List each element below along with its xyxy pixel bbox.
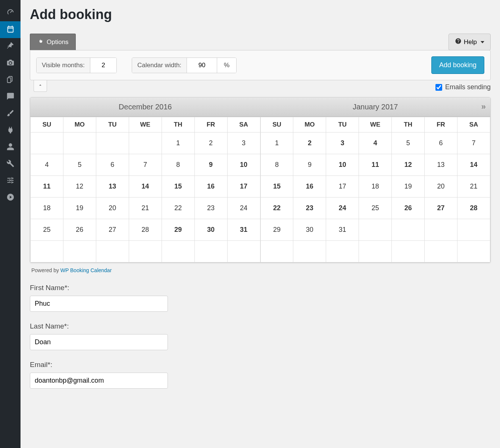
calendar-day[interactable]: 5 bbox=[392, 133, 425, 154]
first-name-label: First Name*: bbox=[30, 284, 491, 292]
calendar-day[interactable]: 31 bbox=[326, 219, 359, 241]
calendar-day[interactable]: 21 bbox=[129, 197, 162, 219]
calendar-day[interactable]: 10 bbox=[326, 154, 359, 176]
calendar-day[interactable]: 22 bbox=[260, 197, 293, 219]
calendar-day[interactable]: 7 bbox=[129, 154, 162, 176]
help-button-label: Help bbox=[464, 38, 477, 46]
calendar-day[interactable]: 30 bbox=[293, 219, 326, 241]
calendar-empty bbox=[326, 241, 359, 262]
calendar-day[interactable]: 9 bbox=[293, 154, 326, 176]
calendar-day[interactable]: 20 bbox=[425, 176, 457, 197]
wrench-icon bbox=[6, 159, 15, 169]
calendar-day[interactable]: 14 bbox=[457, 154, 490, 176]
calendar-day[interactable]: 15 bbox=[162, 176, 194, 197]
calendar-day[interactable]: 13 bbox=[96, 176, 129, 197]
emails-sending-checkbox[interactable] bbox=[435, 84, 442, 91]
calendar-day[interactable]: 1 bbox=[260, 133, 293, 154]
calendar-day[interactable]: 16 bbox=[194, 176, 227, 197]
next-month-button[interactable]: » bbox=[481, 102, 486, 112]
calendar-day[interactable]: 23 bbox=[293, 197, 326, 219]
calendar-day[interactable]: 18 bbox=[31, 197, 63, 219]
sidebar-item-posts[interactable] bbox=[0, 38, 21, 55]
calendar-day[interactable]: 8 bbox=[162, 154, 194, 176]
calendar-day[interactable]: 23 bbox=[194, 197, 227, 219]
calendar-day[interactable]: 25 bbox=[31, 219, 63, 241]
sidebar-item-tools[interactable] bbox=[0, 156, 21, 172]
calendar-day[interactable]: 18 bbox=[359, 176, 392, 197]
calendar-day[interactable]: 1 bbox=[162, 133, 194, 154]
calendar-day[interactable]: 24 bbox=[326, 197, 359, 219]
calendar-day[interactable]: 2 bbox=[194, 133, 227, 154]
calendar-day[interactable]: 19 bbox=[392, 176, 425, 197]
calendar-day[interactable]: 8 bbox=[260, 154, 293, 176]
calendar-day[interactable]: 6 bbox=[96, 154, 129, 176]
sidebar-item-dashboard[interactable] bbox=[0, 4, 21, 21]
calendar-empty bbox=[457, 219, 490, 241]
sidebar-item-pages[interactable] bbox=[0, 72, 21, 88]
calendar-day[interactable]: 31 bbox=[227, 219, 260, 241]
calendar-day[interactable]: 27 bbox=[425, 197, 457, 219]
calendar-day[interactable]: 17 bbox=[326, 176, 359, 197]
calendar-day[interactable]: 4 bbox=[359, 133, 392, 154]
calendar-day[interactable]: 11 bbox=[359, 154, 392, 176]
sidebar-item-collapse[interactable] bbox=[0, 189, 21, 206]
calendar-day[interactable]: 28 bbox=[129, 219, 162, 241]
calendar-day[interactable]: 26 bbox=[392, 197, 425, 219]
calendar-empty bbox=[129, 133, 162, 154]
powered-link[interactable]: WP Booking Calendar bbox=[60, 267, 112, 273]
email-input[interactable] bbox=[30, 373, 168, 389]
calendar-day[interactable]: 29 bbox=[162, 219, 194, 241]
sidebar-item-settings[interactable] bbox=[0, 172, 21, 189]
sidebar-item-media[interactable] bbox=[0, 55, 21, 72]
calendar-empty bbox=[96, 241, 129, 262]
calendar-day[interactable]: 15 bbox=[260, 176, 293, 197]
sidebar-item-plugins[interactable] bbox=[0, 122, 21, 139]
calendar-day[interactable]: 10 bbox=[227, 154, 260, 176]
calendar-day[interactable]: 3 bbox=[326, 133, 359, 154]
admin-sidebar bbox=[0, 0, 21, 448]
calendar-day[interactable]: 21 bbox=[457, 176, 490, 197]
calendar-day[interactable]: 6 bbox=[425, 133, 457, 154]
chevron-double-right-icon: » bbox=[481, 102, 486, 111]
weekday-header: FR bbox=[194, 117, 227, 133]
calendar-day[interactable]: 26 bbox=[63, 219, 96, 241]
calendar-day[interactable]: 17 bbox=[227, 176, 260, 197]
help-button[interactable]: Help bbox=[449, 34, 491, 50]
sidebar-item-users[interactable] bbox=[0, 139, 21, 156]
calendar-day[interactable]: 4 bbox=[31, 154, 63, 176]
calendar-day[interactable]: 14 bbox=[129, 176, 162, 197]
calendar-day[interactable]: 5 bbox=[63, 154, 96, 176]
calendar-day[interactable]: 22 bbox=[162, 197, 194, 219]
calendar-day[interactable]: 2 bbox=[293, 133, 326, 154]
collapse-panel-button[interactable] bbox=[34, 80, 47, 92]
options-tab[interactable]: Options bbox=[30, 34, 76, 50]
weekday-header: MO bbox=[63, 117, 96, 133]
first-name-input[interactable] bbox=[30, 296, 168, 312]
calendar-day[interactable]: 20 bbox=[96, 197, 129, 219]
calendar-day[interactable]: 13 bbox=[425, 154, 457, 176]
calendar-day[interactable]: 12 bbox=[392, 154, 425, 176]
calendar-day[interactable]: 7 bbox=[457, 133, 490, 154]
calendar-day[interactable]: 30 bbox=[194, 219, 227, 241]
calendar-day[interactable]: 11 bbox=[31, 176, 63, 197]
calendar-day[interactable]: 24 bbox=[227, 197, 260, 219]
calendar-width-input[interactable] bbox=[187, 58, 217, 73]
calendar-day[interactable]: 12 bbox=[63, 176, 96, 197]
last-name-input[interactable] bbox=[30, 334, 168, 350]
visible-months-input[interactable] bbox=[90, 58, 116, 73]
calendar-day[interactable]: 16 bbox=[293, 176, 326, 197]
calendar-day[interactable]: 29 bbox=[260, 219, 293, 241]
calendar-day[interactable]: 27 bbox=[96, 219, 129, 241]
sidebar-item-comments[interactable] bbox=[0, 88, 21, 105]
calendar-day[interactable]: 28 bbox=[457, 197, 490, 219]
calendar-day[interactable]: 25 bbox=[359, 197, 392, 219]
calendar-day[interactable]: 9 bbox=[194, 154, 227, 176]
add-booking-button[interactable]: Add booking bbox=[431, 56, 484, 74]
sidebar-item-appearance[interactable] bbox=[0, 105, 21, 122]
weekday-header: TH bbox=[162, 117, 194, 133]
calendar-day[interactable]: 3 bbox=[227, 133, 260, 154]
calendar-empty bbox=[392, 241, 425, 262]
sidebar-item-booking[interactable] bbox=[0, 21, 21, 38]
calendar-day[interactable]: 19 bbox=[63, 197, 96, 219]
calendar-empty bbox=[425, 219, 457, 241]
